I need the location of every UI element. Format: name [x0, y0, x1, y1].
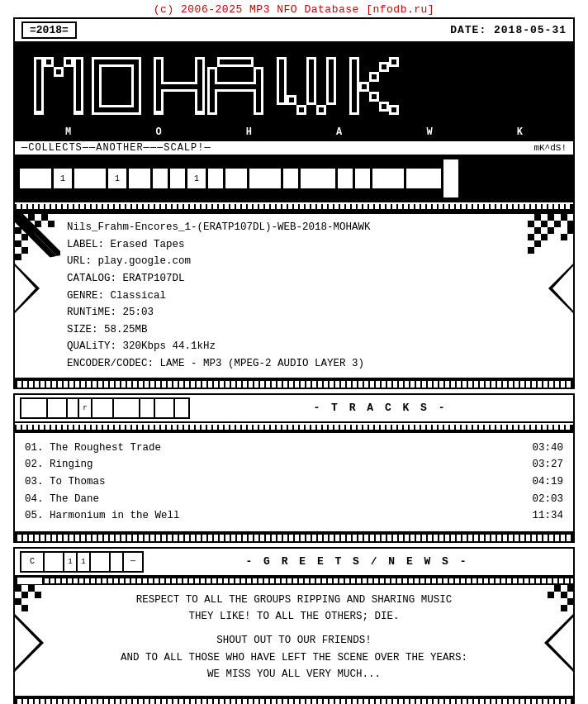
track-1-time: 03:40 [532, 440, 563, 457]
svg-rect-75 [21, 247, 28, 254]
greets-scrollbar [15, 696, 573, 704]
nfo-pixel-row-1: 1 1 1 [15, 156, 573, 202]
info-title: Nils_Frahm-Encores_1-(ERATP107DL)-WEB-20… [67, 219, 521, 236]
year-box: =2018= [21, 21, 77, 39]
svg-rect-89 [541, 234, 548, 240]
svg-rect-60 [391, 59, 396, 64]
svg-rect-74 [15, 240, 21, 247]
track-row-3: 03. To Thomas 04:19 [25, 473, 563, 491]
svg-rect-86 [567, 221, 573, 227]
track-3-time: 04:19 [532, 473, 563, 491]
logo-letter-m: M [65, 126, 71, 138]
track-4-time: 02:03 [532, 491, 563, 508]
track-5-time: 11:34 [532, 507, 563, 525]
info-size: SIZE: 58.25MB [67, 321, 521, 339]
svg-rect-9 [76, 59, 81, 111]
greet-line-2: THEY LIKE! TO ALL THE OTHERS; DIE. [69, 608, 519, 626]
svg-rect-107 [567, 585, 573, 592]
scroll-bar-1 [15, 204, 573, 212]
tracks-section: r - T R A C K S - 01. The Roughest Trade… [13, 393, 575, 543]
svg-rect-88 [534, 227, 541, 234]
svg-rect-112 [561, 605, 567, 611]
info-url: URL: play.google.com [67, 253, 521, 270]
logo-letter-k: K [517, 126, 523, 138]
info-text: Nils_Frahm-Encores_1-(ERATP107DL)-WEB-20… [60, 214, 528, 378]
svg-rect-7 [56, 69, 61, 74]
logo-letter-o: O [155, 126, 161, 138]
svg-rect-73 [28, 227, 35, 234]
greet-line-4: AND TO ALL THOSE WHO HAVE LEFT THE SCENE… [69, 649, 519, 667]
svg-rect-81 [534, 214, 541, 221]
mk-label: mK^dS! [533, 143, 567, 153]
svg-rect-44 [309, 59, 314, 102]
greets-section: C 1 1 ─ - G R E E T S / N E W S - [13, 547, 575, 704]
svg-rect-101 [35, 592, 41, 598]
svg-rect-94 [534, 240, 541, 247]
logo-letter-a: A [336, 126, 342, 138]
svg-rect-87 [528, 234, 534, 240]
greets-text: RESPECT TO ALL THE GROUPS RIPPING AND SH… [60, 585, 528, 696]
svg-rect-17 [94, 59, 139, 64]
logo-letter-w: W [426, 126, 432, 138]
svg-rect-43 [289, 98, 294, 102]
svg-rect-42 [279, 59, 284, 102]
track-row-4: 04. The Dane 02:03 [25, 491, 563, 508]
mohawk-logo-svg [26, 53, 562, 119]
svg-rect-69 [41, 214, 48, 221]
svg-rect-8 [66, 59, 71, 64]
svg-rect-5 [36, 59, 41, 111]
svg-rect-85 [561, 214, 567, 221]
greets-title: - G R E E T S / N E W S - [146, 555, 568, 568]
track-3-title: 03. To Thomas [25, 473, 106, 491]
track-1-title: 01. The Roughest Trade [25, 440, 161, 457]
logo-area: M O H A W K [15, 43, 573, 140]
svg-rect-68 [35, 221, 41, 227]
svg-rect-108 [561, 592, 567, 598]
track-row-1: 01. The Roughest Trade 03:40 [25, 440, 563, 457]
svg-rect-63 [391, 107, 396, 112]
svg-rect-47 [319, 107, 324, 112]
greets-right-svg [528, 585, 573, 692]
info-panel: Nils_Frahm-Encores_1-(ERATP107DL)-WEB-20… [15, 212, 573, 378]
svg-rect-91 [561, 234, 567, 240]
svg-rect-110 [548, 592, 554, 598]
svg-rect-61 [372, 94, 377, 99]
svg-rect-111 [567, 598, 573, 605]
svg-rect-100 [28, 585, 35, 592]
svg-rect-66 [21, 221, 28, 227]
greets-left-art [15, 585, 60, 696]
svg-rect-80 [528, 221, 534, 227]
svg-rect-102 [15, 598, 21, 605]
tracks-title: - T R A C K S - [192, 402, 568, 414]
svg-rect-71 [15, 227, 21, 234]
svg-rect-24 [156, 84, 202, 89]
svg-rect-45 [329, 59, 334, 102]
svg-rect-93 [528, 247, 534, 254]
info-quality: QUALiTY: 320Kbps 44.1kHz [67, 338, 521, 355]
svg-rect-72 [21, 234, 28, 240]
top-credit: (c) 2006-2025 MP3 NFO Database [nfodb.ru… [13, 0, 575, 17]
right-deco-art [528, 214, 573, 378]
left-deco-art [15, 214, 60, 378]
svg-rect-84 [554, 221, 561, 227]
svg-rect-90 [548, 227, 554, 234]
svg-rect-56 [352, 59, 357, 112]
svg-rect-82 [541, 221, 548, 227]
info-encoder: ENCODER/CODEC: LAME - MP3 (MPEG-2 AUDIO … [67, 355, 521, 373]
svg-rect-58 [372, 74, 377, 79]
track-list: 01. The Roughest Trade 03:40 02. Ringing… [15, 433, 573, 531]
date-label: DATE: 2018-05-31 [450, 24, 567, 36]
tagline: ─COLLECTS──ANOTHER───SCALP!─ [21, 142, 211, 154]
greets-left-svg [15, 585, 60, 692]
track-row-5: 05. Harmonium in the Well 11:34 [25, 507, 563, 525]
greet-line-1: RESPECT TO ALL THE GROUPS RIPPING AND SH… [69, 592, 519, 609]
greet-line-3: SHOUT OUT TO OUR FRIENDS! [69, 632, 519, 649]
svg-rect-62 [382, 104, 386, 109]
track-4-title: 04. The Dane [25, 491, 99, 508]
info-catalog: CATALOG: ERATP107DL [67, 270, 521, 288]
svg-rect-14 [102, 67, 131, 105]
svg-rect-57 [362, 84, 367, 89]
right-art-svg [528, 214, 573, 330]
svg-rect-32 [210, 69, 215, 112]
svg-rect-109 [554, 585, 561, 592]
